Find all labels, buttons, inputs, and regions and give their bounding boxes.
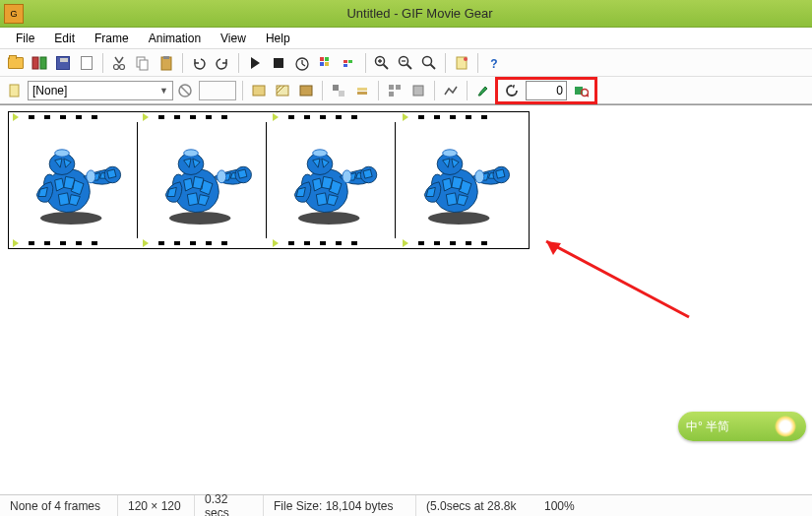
- help-button[interactable]: ?: [483, 52, 505, 74]
- frame-thumbnail[interactable]: [396, 122, 525, 238]
- tool-c-button[interactable]: [295, 80, 317, 101]
- status-rate: (5.0secs at 28.8k: [416, 495, 534, 516]
- svg-rect-25: [253, 86, 265, 96]
- paste-button[interactable]: [156, 52, 177, 74]
- separator: [477, 53, 478, 73]
- insert-frames-button[interactable]: [29, 52, 50, 74]
- frames-row: [9, 122, 529, 238]
- window-title: Untitled - GIF Movie Gear: [28, 6, 812, 21]
- highlighted-loop-controls: [495, 77, 597, 104]
- svg-point-41: [87, 170, 95, 183]
- chevron-down-icon: ▼: [159, 86, 168, 96]
- svg-rect-0: [32, 57, 38, 69]
- zoom-out-button[interactable]: [395, 52, 416, 74]
- separator: [378, 81, 379, 100]
- tool-g-button[interactable]: [407, 80, 429, 101]
- separator: [322, 81, 323, 100]
- separator: [242, 81, 243, 100]
- svg-point-3: [120, 64, 125, 69]
- menu-frame[interactable]: Frame: [85, 30, 139, 47]
- svg-rect-1: [40, 57, 46, 69]
- menu-file[interactable]: File: [6, 30, 44, 47]
- svg-point-38: [40, 212, 101, 225]
- zoom-in-button[interactable]: [371, 52, 393, 74]
- svg-point-46: [218, 170, 226, 183]
- tool-h-button[interactable]: [440, 80, 462, 101]
- svg-point-55: [442, 150, 457, 157]
- new-button[interactable]: [76, 52, 97, 74]
- stop-button[interactable]: [268, 52, 289, 74]
- svg-rect-12: [320, 62, 324, 66]
- svg-point-40: [55, 150, 70, 157]
- svg-rect-15: [348, 60, 352, 63]
- frame-thumbnail[interactable]: [9, 122, 138, 238]
- properties-button[interactable]: [451, 52, 472, 74]
- tool-f-button[interactable]: [384, 80, 406, 101]
- frame-thumbnail[interactable]: [138, 122, 267, 238]
- combo-value: [None]: [32, 84, 67, 97]
- svg-point-2: [114, 64, 119, 69]
- svg-rect-34: [389, 92, 394, 97]
- menu-animation[interactable]: Animation: [139, 30, 211, 47]
- svg-rect-5: [140, 60, 148, 70]
- svg-point-21: [464, 57, 468, 61]
- separator: [434, 81, 435, 100]
- annotation-arrow: [531, 233, 699, 322]
- svg-line-58: [546, 241, 689, 317]
- frame-props-button[interactable]: [5, 80, 27, 101]
- menu-help[interactable]: Help: [256, 30, 300, 47]
- workspace[interactable]: 中° 半简: [0, 104, 812, 488]
- apply-loop-button[interactable]: [570, 80, 592, 101]
- tool-a-button[interactable]: [248, 80, 270, 101]
- menu-bar: File Edit Frame Animation View Help: [0, 28, 812, 49]
- status-filesize: File Size: 18,104 bytes: [264, 495, 416, 516]
- status-zoom: 100%: [534, 495, 585, 516]
- copy-button[interactable]: [132, 52, 154, 74]
- separator: [445, 53, 446, 73]
- color-swatch[interactable]: [199, 81, 236, 100]
- cut-button[interactable]: [108, 52, 130, 74]
- menu-edit[interactable]: Edit: [44, 30, 85, 47]
- svg-rect-28: [333, 85, 339, 91]
- reduce-button[interactable]: [339, 52, 360, 74]
- secondary-toolbar: [None]▼: [0, 77, 812, 104]
- tool-e-button[interactable]: [351, 80, 373, 101]
- app-icon: G: [4, 4, 24, 24]
- svg-point-45: [184, 150, 199, 157]
- palette-button[interactable]: [315, 52, 337, 74]
- svg-point-50: [313, 150, 328, 157]
- tool-d-button[interactable]: [328, 80, 349, 101]
- svg-point-53: [428, 212, 489, 225]
- svg-rect-14: [344, 60, 347, 63]
- separator: [102, 53, 103, 73]
- title-bar: G Untitled - GIF Movie Gear: [0, 0, 812, 28]
- separator: [182, 53, 183, 73]
- frame-thumbnail[interactable]: [267, 122, 396, 238]
- svg-rect-8: [274, 58, 283, 68]
- separator: [238, 53, 239, 73]
- svg-rect-10: [320, 57, 324, 61]
- undo-button[interactable]: [188, 52, 210, 74]
- ime-indicator[interactable]: 中° 半简: [678, 412, 806, 441]
- transparency-button[interactable]: [174, 80, 196, 101]
- menu-view[interactable]: View: [211, 30, 256, 47]
- open-button[interactable]: [5, 52, 27, 74]
- brush-button[interactable]: [472, 80, 494, 101]
- sprocket-top: [9, 112, 529, 122]
- play-button[interactable]: [244, 52, 266, 74]
- zoom-reset-button[interactable]: [418, 52, 440, 74]
- tool-b-button[interactable]: [272, 80, 293, 101]
- loop-button[interactable]: [501, 80, 523, 101]
- palette-combo[interactable]: [None]▼: [28, 81, 173, 100]
- save-button[interactable]: [52, 52, 74, 74]
- main-toolbar: ?: [0, 49, 812, 77]
- svg-rect-29: [339, 91, 344, 97]
- redo-button[interactable]: [212, 52, 233, 74]
- loop-count-input[interactable]: [526, 81, 567, 100]
- svg-rect-31: [357, 92, 367, 95]
- timing-button[interactable]: [291, 52, 313, 74]
- svg-point-56: [474, 170, 483, 183]
- svg-rect-30: [357, 88, 367, 91]
- svg-marker-59: [546, 241, 561, 255]
- svg-point-48: [298, 212, 359, 225]
